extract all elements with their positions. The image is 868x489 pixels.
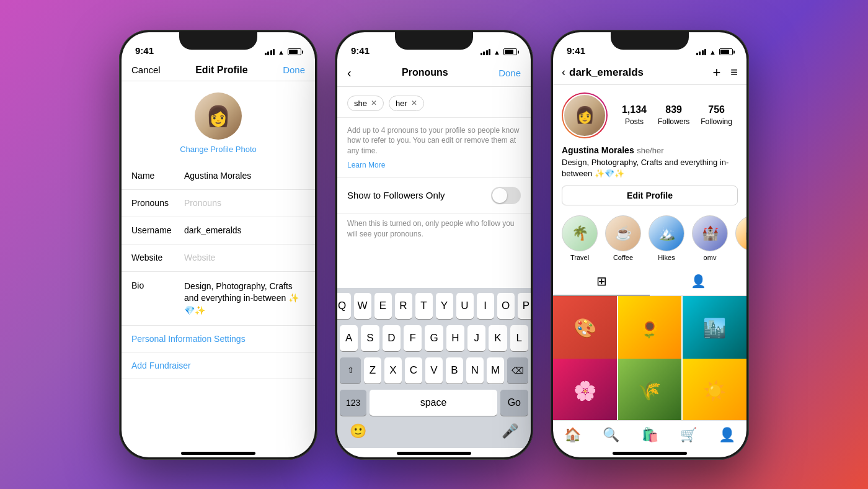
highlight-c[interactable]: 📸 C xyxy=(735,215,746,261)
key-e[interactable]: E xyxy=(374,293,392,319)
battery-icon-2 xyxy=(503,48,517,55)
key-g[interactable]: G xyxy=(425,325,443,351)
delete-key[interactable]: ⌫ xyxy=(507,357,528,384)
add-icon[interactable]: + xyxy=(712,65,720,81)
key-j[interactable]: J xyxy=(467,325,485,351)
done-button[interactable]: Done xyxy=(283,65,305,75)
key-f[interactable]: F xyxy=(404,325,422,351)
status-time-3: 9:41 xyxy=(567,45,585,56)
key-z[interactable]: Z xyxy=(364,357,381,384)
username-input[interactable]: dark_emeralds xyxy=(184,225,305,235)
key-v[interactable]: V xyxy=(425,357,443,384)
key-l[interactable]: L xyxy=(510,325,528,351)
key-y[interactable]: Y xyxy=(436,293,453,319)
website-input[interactable]: Website xyxy=(184,253,305,262)
bio-input[interactable]: Design, Photography, Crafts and everythi… xyxy=(184,280,305,317)
pronoun-tag-she[interactable]: she ✕ xyxy=(347,96,384,111)
key-q[interactable]: Q xyxy=(337,293,351,319)
phone-profile: 9:41 ▲ ‹ dark_emeralds + xyxy=(551,30,749,460)
pronoun-tags-container: she ✕ her ✕ xyxy=(337,87,531,118)
toggle-knob xyxy=(492,188,507,203)
photo-cell-2[interactable]: 🌻 xyxy=(618,296,682,360)
key-u[interactable]: U xyxy=(456,293,474,319)
pronoun-tag-her[interactable]: her ✕ xyxy=(389,96,424,111)
pronouns-label: Pronouns xyxy=(131,198,184,208)
cancel-button[interactable]: Cancel xyxy=(131,65,161,75)
pronoun-her-text: her xyxy=(396,99,407,108)
key-a[interactable]: A xyxy=(340,325,358,351)
signal-icon-3 xyxy=(696,49,707,55)
highlight-label-travel: Travel xyxy=(570,254,589,261)
profile-info-section: 👩 1,134 Posts 839 Followers 756 xyxy=(553,85,746,186)
pronouns-row[interactable]: Pronouns Pronouns xyxy=(122,190,315,217)
tagged-view-tab[interactable]: 👤 xyxy=(650,267,746,295)
followers-stat[interactable]: 839 Followers xyxy=(658,104,689,127)
key-s[interactable]: S xyxy=(361,325,379,351)
space-key[interactable]: space xyxy=(370,390,497,416)
learn-more-link[interactable]: Learn More xyxy=(347,161,385,169)
posts-stat[interactable]: 1,134 Posts xyxy=(622,104,647,127)
back-arrow-icon[interactable]: ‹ xyxy=(562,66,565,79)
personal-info-row[interactable]: Personal Information Settings xyxy=(122,326,315,352)
pronouns-done-button[interactable]: Done xyxy=(498,68,521,78)
posts-count: 1,134 xyxy=(622,104,647,115)
highlight-travel[interactable]: 🌴 Travel xyxy=(562,215,598,261)
edit-profile-button[interactable]: Edit Profile xyxy=(562,186,738,205)
key-m[interactable]: M xyxy=(487,357,504,384)
keyboard-bottom-icons: 🙂 🎤 xyxy=(340,419,528,446)
key-p[interactable]: P xyxy=(518,293,531,319)
followers-only-toggle[interactable] xyxy=(491,187,521,204)
menu-icon[interactable]: ≡ xyxy=(730,65,738,79)
profile-tab[interactable]: 👤 xyxy=(708,423,746,447)
bio-row: Bio Design, Photography, Crafts and ever… xyxy=(122,272,315,326)
numbers-key[interactable]: 123 xyxy=(340,390,366,416)
bio-label: Bio xyxy=(131,280,184,290)
go-key[interactable]: Go xyxy=(500,390,528,416)
cart-tab[interactable]: 🛒 xyxy=(669,423,707,447)
key-d[interactable]: D xyxy=(383,325,401,351)
key-o[interactable]: O xyxy=(497,293,515,319)
key-x[interactable]: X xyxy=(384,357,402,384)
highlight-hikes[interactable]: 🏔️ Hikes xyxy=(649,215,684,261)
add-fundraiser-link[interactable]: Add Fundraiser xyxy=(131,361,191,370)
home-tab[interactable]: 🏠 xyxy=(553,423,591,447)
name-input[interactable]: Agustina Morales xyxy=(184,171,305,181)
personal-info-link[interactable]: Personal Information Settings xyxy=(131,334,246,344)
change-profile-photo-button[interactable]: Change Profile Photo xyxy=(180,145,257,154)
mic-icon[interactable]: 🎤 xyxy=(502,423,518,439)
remove-she-button[interactable]: ✕ xyxy=(371,99,377,107)
photo-cell-3[interactable]: 🏙️ xyxy=(683,296,746,360)
followers-count: 839 xyxy=(658,104,689,115)
profile-avatar-inner: 👩 xyxy=(563,94,606,137)
key-t[interactable]: T xyxy=(415,293,433,319)
following-stat[interactable]: 756 Following xyxy=(701,104,732,127)
profile-nav-bar: ‹ dark_emeralds + ≡ xyxy=(553,60,746,85)
profile-avatar-wrapper[interactable]: 👩 xyxy=(562,92,608,138)
back-button-pronouns[interactable]: ‹ xyxy=(347,65,352,81)
add-fundraiser-row[interactable]: Add Fundraiser xyxy=(122,352,315,379)
key-i[interactable]: I xyxy=(477,293,494,319)
remove-her-button[interactable]: ✕ xyxy=(411,99,417,107)
emoji-icon[interactable]: 🙂 xyxy=(350,423,366,439)
search-tab[interactable]: 🔍 xyxy=(591,423,630,447)
highlight-coffee[interactable]: ☕ Coffee xyxy=(605,215,641,261)
avatar[interactable]: 👩 xyxy=(195,92,242,140)
key-k[interactable]: K xyxy=(489,325,507,351)
pronouns-input[interactable]: Pronouns xyxy=(184,198,305,208)
photo-cell-1[interactable]: 🎨 xyxy=(553,296,617,360)
shift-key[interactable]: ⇧ xyxy=(340,357,361,384)
highlight-omv[interactable]: 🏰 omv xyxy=(692,215,728,261)
grid-view-tab[interactable]: ⊞ xyxy=(553,267,650,295)
photo-cell-5[interactable]: 🌾 xyxy=(618,359,682,420)
key-w[interactable]: W xyxy=(354,293,371,319)
key-r[interactable]: R xyxy=(395,293,412,319)
key-n[interactable]: N xyxy=(466,357,484,384)
photo-cell-6[interactable]: ☀️ xyxy=(683,359,746,420)
key-c[interactable]: C xyxy=(405,357,422,384)
shop-tab[interactable]: 🛍️ xyxy=(631,423,669,447)
highlight-label-hikes: Hikes xyxy=(658,254,675,261)
key-b[interactable]: B xyxy=(446,357,463,384)
key-h[interactable]: H xyxy=(446,325,464,351)
photo-cell-4[interactable]: 🌸 xyxy=(553,359,617,420)
status-icons-3: ▲ xyxy=(696,48,733,56)
